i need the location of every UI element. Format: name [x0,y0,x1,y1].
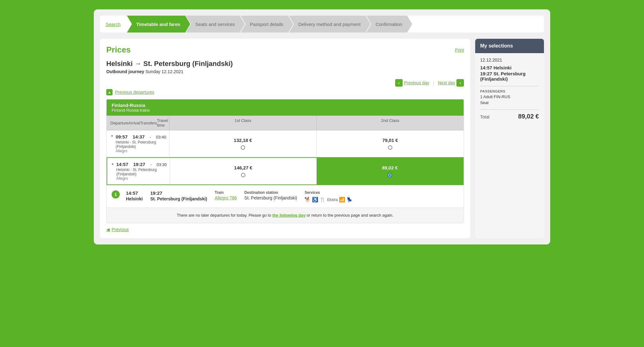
previous-btn-label: Previous [112,227,128,232]
journey-title: Helsinki → St. Petersburg (Finljandski) [106,60,464,68]
content-area: Prices Print Helsinki → St. Petersburg (… [100,39,470,238]
breadcrumb-search[interactable]: Search [100,16,131,33]
selection-date: 12.12.2021 [480,58,539,63]
prices-header: Prices Print [106,45,464,55]
radio-2nd-2[interactable] [388,173,392,177]
wifi-icon: 📶 [339,197,345,203]
main-layout: Prices Print Helsinki → St. Petersburg (… [100,39,544,238]
passengers-label: PASSENGERS [480,89,539,93]
sidebar-body: 12.12.2021 14:57 Helsinki 19:27 St. Pete… [475,53,544,124]
previous-departures-toggle[interactable]: ▲ Previous departures [106,89,464,95]
confirmation-label: Confirmation [375,22,402,27]
sidebar: My selections 12.12.2021 14:57 Helsinki … [475,39,544,238]
prev-dep-arrow-icon: ▲ [106,89,113,95]
seats-label: Seats and services [195,22,235,27]
timetable-label: Timetable and fares [136,22,180,27]
train-row: ▼ 09:57 14:37 - 03:40 Helsinki - St. Pet… [107,130,464,157]
restaurant-icon: 🍴 [319,197,326,203]
wheelchair-icon: ♿ [312,197,318,203]
selection-time-to: 19:27 St. Petersburg (Finljandski) [480,71,539,82]
footer-notice-end: or return to the previous page and searc… [307,213,394,218]
footer-notice: There are no later departures for today.… [107,208,464,223]
services-text: Ekstra [327,198,338,202]
row-toggle-1[interactable]: ▼ [110,134,114,138]
breadcrumb-delivery[interactable]: Delivery method and payment [289,16,370,33]
train-info-1: ▼ 09:57 14:37 - 03:40 Helsinki - St. Pet… [107,130,169,157]
footer-notice-text: There are no later departures for today.… [177,213,271,218]
seat-value: Seat [480,100,539,105]
dog-icon: 🐕 [304,197,311,203]
breadcrumb-passport[interactable]: Passport details [240,16,293,33]
next-day-label: Next day [438,80,455,85]
day-navigation: ‹ Previous day | Next day › [106,79,464,87]
train-link[interactable]: Allegro 786 [215,195,237,200]
prev-day-arrow-icon: ‹ [395,79,403,87]
prev-day-button[interactable]: ‹ Previous day [395,79,429,87]
prev-arrow-icon: ◀ [106,227,110,232]
breadcrumb-nav: Search Timetable and fares Seats and ser… [100,16,544,33]
delivery-label: Delivery method and payment [298,22,360,27]
train-detail-label: Train [215,190,237,195]
following-day-link[interactable]: the following day [272,213,305,218]
prev-dep-link: Previous departures [115,90,154,95]
region-name: Finland-Russia [112,103,459,108]
passport-label: Passport details [250,22,283,27]
region-sub: Finland-Russia trains [112,108,459,113]
col-arrival-header: Arrival [128,121,140,125]
column-headers: Departure Arrival Transfers Travel time … [107,116,464,130]
col-transfers-header: Transfers [140,121,157,125]
breadcrumb-confirmation[interactable]: Confirmation [366,16,412,33]
dep-place: Helsinki [126,196,143,201]
services-detail-label: Services [304,190,353,195]
arrival-detail: 19:27 St. Petersburg (Finljandski) [150,190,207,203]
seat-icon: 💺 [346,197,353,203]
col-2nd-class-header: 2nd Class [316,116,464,130]
train-detail: Train Allegro 786 [215,190,237,203]
radio-2nd-1[interactable] [388,145,392,150]
dest-detail: Destination station St. Petersburg (Finl… [244,190,297,203]
radio-1st-2[interactable] [241,173,245,177]
breadcrumb-timetable[interactable]: Timetable and fares [127,16,190,33]
price-1st-1[interactable]: 132,18 € [169,130,316,157]
train-times-1: 09:57 14:37 - 03:40 [116,134,166,139]
row-toggle-2[interactable]: ▲ [111,162,114,165]
arr-place: St. Petersburg (Finljandski) [150,196,207,201]
journey-subtitle: Outbound journey Sunday 12.12.2021 [106,69,464,74]
total-label: Total [480,114,490,119]
passenger-value: 1 Adult FIN-RUS [480,94,539,99]
next-day-button[interactable]: Next day › [438,79,464,87]
next-day-arrow-icon: › [456,79,464,87]
page-title: Prices [106,45,131,55]
step-number: 1 [112,190,120,199]
departure-detail: 14:57 Helsinki [126,190,143,203]
radio-1st-1[interactable] [241,145,245,150]
dest-value: St. Petersburg (Finljandski) [244,195,297,200]
col-travel-header: Travel time [157,118,168,128]
arr-time: 19:27 [150,190,207,196]
left-col-headers: Departure Arrival Transfers Travel time [107,116,169,130]
region-header: Finland-Russia Finland-Russia trains [107,99,464,116]
timetable-wrapper: Finland-Russia Finland-Russia trains Dep… [106,99,464,223]
sidebar-header: My selections [475,39,544,53]
train-info-2: ▲ 14:57 19:27 - 03:30 Helsinki - St. Pet… [107,158,170,184]
print-link[interactable]: Print [455,48,464,53]
prev-day-label: Previous day [404,80,429,85]
services-detail: Services 🐕 ♿ 🍴 Ekstra 📶 💺 [304,190,353,203]
price-2nd-2-selected[interactable]: 89,02 € [316,158,463,184]
services-icons: 🐕 ♿ 🍴 Ekstra 📶 💺 [304,197,353,203]
detail-info: 14:57 Helsinki 19:27 St. Petersburg (Fin… [126,190,353,203]
search-label: Search [106,22,121,27]
dest-detail-label: Destination station [244,190,297,195]
breadcrumb-seats[interactable]: Seats and services [186,16,245,33]
sidebar-divider [480,86,539,86]
price-2nd-1[interactable]: 79,01 € [316,130,464,157]
total-amount: 89,02 € [518,113,539,120]
col-1st-class-header: 1st Class [169,116,316,130]
selection-time-from: 14:57 Helsinki [480,65,539,70]
previous-button[interactable]: ◀ Previous [106,227,128,232]
total-row: Total 89,02 € [480,109,539,120]
dep-time: 14:57 [126,190,143,196]
detail-row: 1 14:57 Helsinki 19:27 St. Petersburg (F… [107,185,464,208]
train-row-selected: ▲ 14:57 19:27 - 03:30 Helsinki - St. Pet… [107,157,464,185]
price-1st-2[interactable]: 146,27 € [170,158,316,184]
